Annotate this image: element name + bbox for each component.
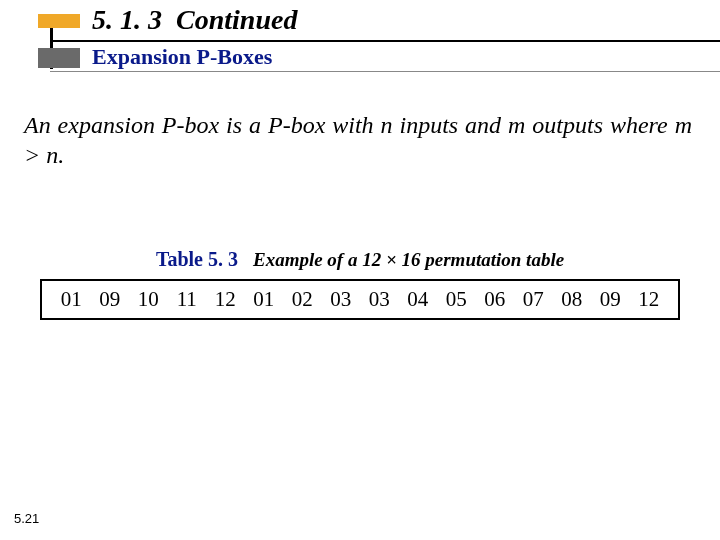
slide-header: 5. 1. 3 Continued Expansion P-Boxes <box>0 0 720 80</box>
permutation-table: 01 09 10 11 12 01 02 03 03 04 05 06 07 0… <box>40 279 680 320</box>
table-cell: 03 <box>322 287 361 312</box>
table-cell: 11 <box>168 287 207 312</box>
table-description: Example of a 12 × 16 permutation table <box>253 249 564 270</box>
accent-box-orange <box>38 14 80 28</box>
page-number: 5.21 <box>14 511 39 526</box>
title-line: 5. 1. 3 Continued <box>0 8 720 44</box>
horizontal-rule-sub <box>50 71 720 72</box>
table-cell: 12 <box>630 287 669 312</box>
subtitle-text: Expansion P-Boxes <box>92 44 272 70</box>
section-continued: Continued <box>176 4 297 36</box>
table-cell: 08 <box>553 287 592 312</box>
table-cell: 07 <box>514 287 553 312</box>
table-cell: 06 <box>476 287 515 312</box>
table-caption: Table 5. 3 Example of a 12 × 16 permutat… <box>0 248 720 271</box>
table-cell: 01 <box>52 287 91 312</box>
horizontal-rule-top <box>50 40 720 42</box>
table-cell: 09 <box>91 287 130 312</box>
table-cell: 04 <box>399 287 438 312</box>
accent-box-gray <box>38 48 80 68</box>
body-paragraph: An expansion P-box is a P-box with n inp… <box>24 110 692 170</box>
subtitle-line: Expansion P-Boxes <box>0 44 720 80</box>
table-cell: 09 <box>591 287 630 312</box>
table-label: Table 5. 3 <box>156 248 238 270</box>
table-cell: 05 <box>437 287 476 312</box>
table-cell: 02 <box>283 287 322 312</box>
permutation-table-wrap: 01 09 10 11 12 01 02 03 03 04 05 06 07 0… <box>40 279 680 320</box>
table-cell: 03 <box>360 287 399 312</box>
section-number: 5. 1. 3 <box>92 4 162 36</box>
table-cell: 01 <box>245 287 284 312</box>
table-cell: 12 <box>206 287 245 312</box>
table-cell: 10 <box>129 287 168 312</box>
